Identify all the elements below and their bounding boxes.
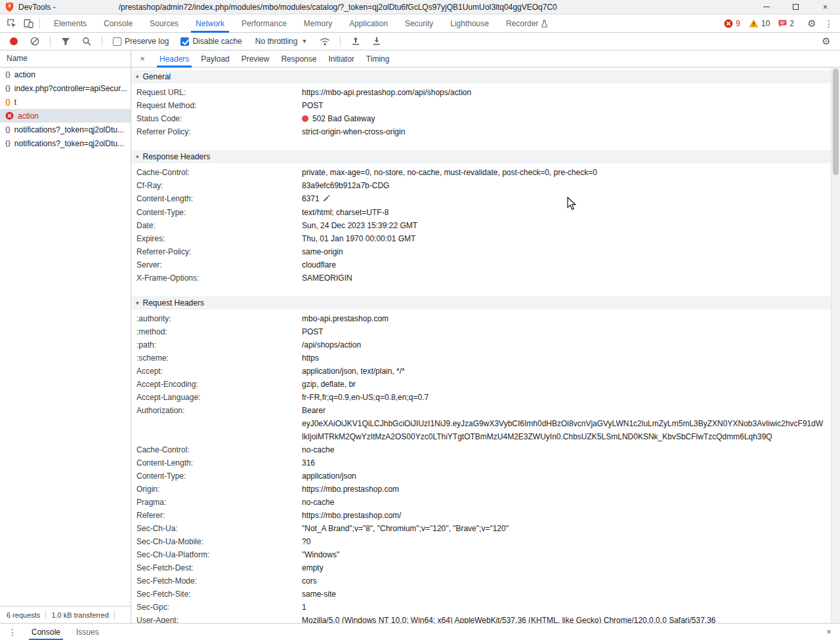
clear-network-log-icon[interactable] bbox=[26, 33, 43, 49]
header-row: X-Frame-Options:SAMEORIGIN bbox=[131, 271, 831, 285]
close-button[interactable]: × bbox=[810, 0, 840, 14]
scrollbar-thumb[interactable] bbox=[833, 69, 839, 175]
network-conditions-icon[interactable] bbox=[316, 33, 333, 49]
header-row: Sec-Ch-Ua:"Not_A Brand";v="8", "Chromium… bbox=[131, 522, 831, 535]
tab-performance[interactable]: Performance bbox=[233, 14, 295, 33]
disclosure-triangle-icon: ▾ bbox=[136, 300, 139, 306]
header-row: Sec-Fetch-Dest:empty bbox=[131, 561, 831, 574]
record-network-log-icon[interactable] bbox=[5, 33, 22, 49]
header-name: Expires: bbox=[136, 232, 302, 245]
detail-tab-preview[interactable]: Preview bbox=[236, 50, 276, 68]
checkbox-checked-icon bbox=[180, 37, 189, 46]
detail-tab-bar: × HeadersPayloadPreviewResponseInitiator… bbox=[131, 50, 840, 68]
detail-tab-headers[interactable]: Headers bbox=[154, 50, 195, 68]
header-row: Origin:https://mbo.prestashop.com bbox=[131, 483, 831, 496]
header-row: Expires:Thu, 01 Jan 1970 00:00:01 GMT bbox=[131, 232, 831, 245]
header-name: Request Method: bbox=[136, 99, 302, 112]
inspect-element-icon[interactable] bbox=[3, 16, 20, 31]
tab-label: Application bbox=[349, 19, 388, 28]
divider bbox=[45, 610, 46, 620]
tab-elements[interactable]: Elements bbox=[45, 14, 95, 33]
header-value: Mozilla/5.0 (Windows NT 10.0; Win64; x64… bbox=[302, 614, 831, 623]
tab-sources[interactable]: Sources bbox=[141, 14, 187, 33]
close-detail-icon[interactable]: × bbox=[135, 51, 150, 67]
request-row[interactable]: {}notifications?_token=qj2olDtu... bbox=[0, 123, 131, 136]
window-url: /prestashop/admin72/index.php/modules/mb… bbox=[119, 3, 557, 12]
vertical-scrollbar[interactable] bbox=[831, 68, 840, 623]
section-header[interactable]: ▾Response Headers bbox=[131, 150, 831, 163]
issue-count: 2 bbox=[789, 19, 794, 28]
summary-bar: 6 requests 1.0 kB transferred bbox=[0, 606, 131, 623]
drawer-tab-issues[interactable]: Issues bbox=[68, 624, 107, 640]
kebab-menu-icon[interactable]: ⋮ bbox=[820, 16, 837, 31]
header-value: cloudflare bbox=[302, 258, 831, 271]
detail-tab-initiator[interactable]: Initiator bbox=[322, 50, 360, 68]
header-name: Sec-Ch-Ua-Mobile: bbox=[136, 535, 302, 548]
settings-gear-icon[interactable]: ⚙ bbox=[803, 16, 820, 31]
header-row: Content-Length:6371 bbox=[131, 192, 831, 206]
drawer-kebab-icon[interactable]: ⋮ bbox=[4, 624, 21, 640]
tab-lighthouse[interactable]: Lighthouse bbox=[442, 14, 497, 33]
request-row[interactable]: {}t bbox=[0, 95, 131, 109]
network-settings-gear-icon[interactable]: ⚙ bbox=[818, 33, 835, 49]
header-name: Status Code: bbox=[136, 112, 302, 125]
header-name: X-Frame-Options: bbox=[136, 271, 302, 285]
tab-recorder[interactable]: Recorder bbox=[497, 14, 556, 33]
header-value: Sun, 24 Dec 2023 15:39:22 GMT bbox=[302, 219, 831, 232]
header-value: SAMEORIGIN bbox=[302, 271, 831, 285]
request-name: action bbox=[18, 111, 39, 121]
device-toolbar-icon[interactable] bbox=[20, 16, 37, 31]
tab-application[interactable]: Application bbox=[341, 14, 396, 33]
detail-tab-payload[interactable]: Payload bbox=[195, 50, 235, 68]
tab-label: Lighthouse bbox=[450, 19, 489, 28]
tab-console[interactable]: Console bbox=[95, 14, 141, 33]
section-header[interactable]: ▾General bbox=[131, 70, 831, 83]
issues-badge[interactable]: 2 bbox=[778, 19, 794, 28]
detail-tab-response[interactable]: Response bbox=[275, 50, 322, 68]
status-dot-icon bbox=[302, 115, 308, 122]
header-name: Content-Type: bbox=[136, 206, 302, 219]
header-value: "Not_A Brand";v="8", "Chromium";v="120",… bbox=[302, 522, 831, 535]
request-file-icon: {} bbox=[5, 126, 10, 133]
request-row[interactable]: {}notifications?_token=qj2olDtu... bbox=[0, 136, 131, 150]
header-name: Content-Length: bbox=[136, 456, 302, 470]
tab-memory[interactable]: Memory bbox=[295, 14, 341, 33]
maximize-button[interactable] bbox=[781, 0, 810, 14]
warnings-badge[interactable]: 10 bbox=[749, 19, 770, 28]
request-row[interactable]: action bbox=[0, 109, 131, 123]
request-name: notifications?_token=qj2olDtu... bbox=[14, 125, 124, 134]
tab-security[interactable]: Security bbox=[396, 14, 442, 33]
window-title: DevTools - bbox=[18, 3, 56, 12]
disable-cache-checkbox[interactable]: Disable cache bbox=[177, 37, 245, 46]
export-har-icon[interactable] bbox=[368, 33, 385, 49]
tab-label: Security bbox=[405, 19, 433, 28]
preserve-log-checkbox[interactable]: Preserve log bbox=[109, 37, 173, 46]
throttling-dropdown[interactable]: No throttling ▼ bbox=[250, 37, 313, 46]
headers-body: ▾GeneralRequest URL:https://mbo-api.pres… bbox=[131, 68, 840, 623]
header-name: Accept-Encoding: bbox=[136, 378, 302, 391]
drawer-tab-console[interactable]: Console bbox=[24, 624, 68, 640]
errors-badge[interactable]: 9 bbox=[724, 19, 740, 28]
transferred-amount: 1.0 kB transferred bbox=[51, 611, 108, 619]
header-value: "Windows" bbox=[302, 548, 831, 561]
request-row[interactable]: {}index.php?controller=apiSecur... bbox=[0, 81, 131, 95]
section-header[interactable]: ▾Request Headers bbox=[131, 296, 831, 310]
filter-funnel-icon[interactable] bbox=[57, 33, 74, 49]
divider bbox=[102, 36, 102, 47]
edit-pencil-icon[interactable] bbox=[323, 193, 330, 206]
request-row[interactable]: {}action bbox=[0, 68, 131, 81]
search-icon[interactable] bbox=[78, 33, 95, 49]
detail-tab-timing[interactable]: Timing bbox=[360, 50, 396, 68]
drawer-close-icon[interactable]: × bbox=[822, 624, 836, 640]
import-har-icon[interactable] bbox=[347, 33, 364, 49]
header-row: Content-Length:316 bbox=[131, 456, 831, 470]
devtools-tab-bar: ElementsConsoleSourcesNetworkPerformance… bbox=[0, 14, 840, 33]
tab-label: Network bbox=[196, 19, 224, 28]
header-name: Request URL: bbox=[136, 86, 302, 99]
tab-network[interactable]: Network bbox=[187, 14, 233, 33]
request-name: t bbox=[14, 98, 16, 107]
header-value: Thu, 01 Jan 1970 00:00:01 GMT bbox=[302, 232, 831, 245]
header-name: Pragma: bbox=[136, 496, 302, 509]
column-header-name[interactable]: Name bbox=[0, 50, 131, 68]
minimize-button[interactable] bbox=[751, 0, 781, 14]
